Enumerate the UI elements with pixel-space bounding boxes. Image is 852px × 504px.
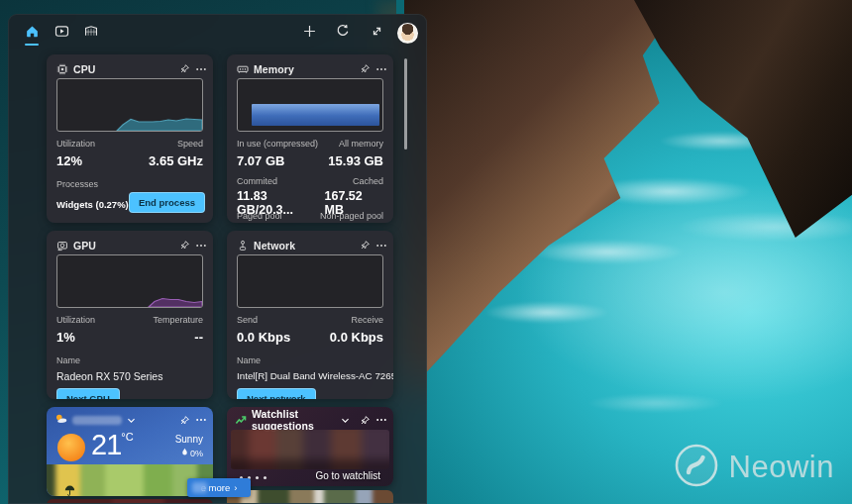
tab-home[interactable] <box>19 20 45 46</box>
pin-icon[interactable] <box>360 415 371 426</box>
cpu-widget-card: CPU Utilization Speed 12% 3.65 <box>47 54 213 223</box>
cpu-widget-header: CPU <box>56 61 207 76</box>
droplet-icon <box>181 448 188 458</box>
cpu-values-row: 12% 3.65 GHz <box>56 153 203 168</box>
see-more-button[interactable]: e more › <box>187 478 251 497</box>
cpu-labels-row: Utilization Speed <box>56 139 203 149</box>
network-name-value: Intel[R] Dual Band Wireless-AC 7265 <box>237 370 387 381</box>
network-receive-value: 0.0 Kbps <box>330 330 383 345</box>
weather-widget-header <box>54 413 207 427</box>
network-send-value: 0.0 Kbps <box>237 330 290 345</box>
network-usage-graph <box>237 254 383 308</box>
memory-cached-label: Cached <box>353 176 383 186</box>
pin-icon[interactable] <box>360 63 371 74</box>
pin-icon[interactable] <box>179 240 190 251</box>
pin-icon[interactable] <box>179 63 190 74</box>
cpu-icon <box>56 63 68 75</box>
next-gpu-button[interactable]: Next GPU <box>56 388 120 399</box>
cpu-processes-label-row: Processes <box>56 179 203 189</box>
memory-labels-row-2: Commited Cached <box>237 176 383 186</box>
watchlist-widget-title: Watchlist suggestions <box>252 408 336 432</box>
network-widget-card: Network Send Receive 0.0 Kbps 0.0 Kbps N… <box>227 231 393 399</box>
network-labels-row: Send Receive <box>237 315 383 325</box>
refresh-icon <box>336 24 350 42</box>
widgets-panel: CPU Utilization Speed 12% 3.65 <box>8 14 427 504</box>
memory-paged-label: Paged pool <box>237 211 282 221</box>
entertainment-icon <box>54 24 69 43</box>
watchlist-widget-header: Watchlist suggestions <box>235 413 387 427</box>
expand-icon <box>371 24 383 42</box>
cpu-speed-label: Speed <box>177 139 203 149</box>
see-more-censored-part <box>192 482 207 493</box>
refresh-button[interactable] <box>330 20 356 46</box>
gpu-widget-title: GPU <box>73 240 96 252</box>
more-icon[interactable] <box>375 240 387 252</box>
neowin-logo-icon <box>674 443 719 492</box>
memory-usage-bar <box>252 104 379 126</box>
umbrella-icon <box>64 482 76 494</box>
more-icon[interactable] <box>375 63 387 75</box>
cpu-utilization-label: Utilization <box>56 139 95 149</box>
widgets-toolbar-actions <box>296 20 418 46</box>
go-to-watchlist-link[interactable]: Go to watchlist <box>310 468 385 483</box>
gpu-name-label: Name <box>56 355 80 365</box>
memory-inuse-label: In use (compressed) <box>237 139 318 149</box>
more-icon[interactable] <box>195 414 207 426</box>
chevron-down-icon[interactable] <box>127 416 136 425</box>
gpu-temperature-label: Temperature <box>153 315 203 325</box>
cpu-utilization-value: 12% <box>56 153 82 168</box>
end-process-button[interactable]: End process <box>129 192 205 213</box>
neowin-watermark: Neowin <box>674 443 834 492</box>
next-network-button[interactable]: Next network <box>237 388 316 399</box>
more-icon[interactable] <box>195 63 207 75</box>
network-name-label-row: Name <box>237 355 383 365</box>
memory-labels-row-1: In use (compressed) All memory <box>237 139 383 149</box>
memory-widget-header: Memory <box>237 61 387 76</box>
hidden-widget-sliver-left <box>47 499 213 504</box>
cpu-widget-title: CPU <box>73 63 95 75</box>
watchlist-content-censored <box>231 430 389 469</box>
more-icon[interactable] <box>375 414 387 426</box>
gpu-values-row: 1% -- <box>56 330 203 345</box>
stocks-icon <box>235 411 247 429</box>
chevron-down-icon[interactable] <box>341 416 350 425</box>
memory-inuse-value: 7.07 GB <box>237 153 284 168</box>
gpu-name-value: Radeon RX 570 Series <box>56 370 207 382</box>
weather-location-censored <box>72 416 122 425</box>
pin-icon[interactable] <box>179 415 190 426</box>
memory-widget-card: Memory In use (compressed) All memory 7.… <box>227 54 393 223</box>
memory-widget-title: Memory <box>254 63 294 75</box>
memory-values-row-1: 7.07 GB 15.93 GB <box>237 153 383 168</box>
gpu-icon <box>56 240 68 252</box>
gpu-name-label-row: Name <box>56 355 203 365</box>
network-widget-title: Network <box>254 240 295 252</box>
memory-all-label: All memory <box>339 139 383 149</box>
memory-nonpaged-label: Non-paged pool <box>320 211 383 221</box>
network-values-row: 0.0 Kbps 0.0 Kbps <box>237 330 383 345</box>
expand-button[interactable] <box>364 20 389 46</box>
memory-committed-label: Commited <box>237 176 277 186</box>
see-more-chevron: › <box>234 482 237 493</box>
cpu-processes-label: Processes <box>56 179 98 189</box>
add-widget-icon <box>303 24 316 42</box>
screenshot-root: CPU Utilization Speed 12% 3.65 <box>0 0 852 504</box>
cpu-usage-graph <box>56 78 203 132</box>
memory-all-value: 15.93 GB <box>328 153 383 168</box>
pin-icon[interactable] <box>360 240 371 251</box>
panel-scrollbar[interactable] <box>404 58 407 150</box>
home-icon <box>25 24 40 43</box>
user-avatar[interactable] <box>397 23 418 44</box>
tab-entertainment[interactable] <box>49 20 74 46</box>
more-icon[interactable] <box>195 240 207 252</box>
memory-labels-row-3: Paged pool Non-paged pool <box>237 211 383 221</box>
widgets-tab-bar <box>19 20 104 46</box>
network-widget-header: Network <box>237 238 387 252</box>
tab-sports[interactable] <box>78 20 104 46</box>
add-widget-button[interactable] <box>296 20 322 46</box>
sun-cloud-icon <box>54 411 67 429</box>
watchlist-widget-card[interactable]: Watchlist suggestions Go to watchlist <box>227 407 393 486</box>
memory-icon <box>237 63 249 75</box>
memory-usage-graph <box>237 78 383 132</box>
cpu-speed-value: 3.65 GHz <box>149 153 203 168</box>
sports-icon <box>83 24 99 43</box>
